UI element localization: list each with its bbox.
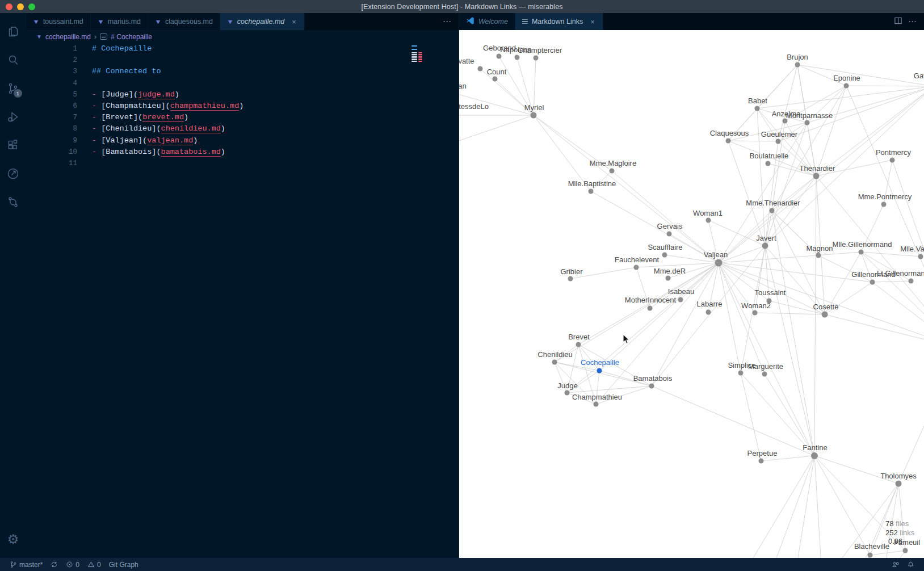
graph-node-mllegillenormand[interactable]: [859, 250, 864, 255]
graph-label-mmepontmercy[interactable]: Mme.Pontmercy: [858, 192, 912, 201]
more-actions-icon[interactable]: ⋯: [908, 16, 917, 27]
tab-welcome[interactable]: Welcome: [459, 13, 515, 30]
run-debug-icon[interactable]: [0, 103, 26, 131]
graph-label-brevet[interactable]: Brevet: [568, 333, 590, 341]
graph-label-thenardier[interactable]: Thenardier: [800, 164, 836, 173]
graph-node-napoleon[interactable]: [515, 55, 520, 60]
markdown-editor[interactable]: 1# Cochepaille23## Connected to45- [Judg…: [26, 43, 459, 558]
status-master-[interactable]: master*: [6, 558, 47, 571]
graph-node-woman1[interactable]: [706, 218, 711, 223]
graph-label-blacheville[interactable]: Blacheville: [854, 542, 889, 551]
graph-label-eponine[interactable]: Eponine: [833, 74, 860, 82]
graph-label-marguerite[interactable]: Marguerite: [748, 362, 783, 371]
graph-node-eponine[interactable]: [844, 83, 849, 89]
close-window-button[interactable]: [6, 3, 12, 10]
code-line[interactable]: 7- [Brevet](brevet.md): [26, 112, 459, 123]
graph-node-mmepontmercy[interactable]: [881, 202, 887, 207]
graph-node-mmethenardier[interactable]: [770, 208, 775, 213]
zoom-window-button[interactable]: [28, 3, 35, 10]
graph-label-fantine[interactable]: Fantine: [803, 443, 827, 452]
code-line[interactable]: 4: [26, 78, 459, 89]
graph-label-valjean[interactable]: Valjean: [704, 250, 728, 259]
graph-label-claquesous[interactable]: Claquesous: [710, 129, 749, 137]
graph-node-simplice[interactable]: [738, 371, 744, 376]
graph-node-cosette[interactable]: [822, 312, 828, 318]
source-control-icon[interactable]: 1: [0, 74, 26, 103]
tab-markdown-links[interactable]: Markdown Links×: [515, 13, 603, 30]
close-tab-icon[interactable]: ×: [291, 18, 297, 26]
graph-label-gribier[interactable]: Gribier: [560, 267, 583, 276]
graph-label-woman1[interactable]: Woman1: [693, 209, 723, 217]
graph-label-javert[interactable]: Javert: [756, 234, 776, 242]
graph-label-chenildieu[interactable]: Chenildieu: [537, 350, 572, 359]
code-line[interactable]: 11: [26, 158, 459, 169]
graph-node-cravatte[interactable]: [478, 66, 483, 72]
code-line[interactable]: 8- [Chenildieu](chenildieu.md): [26, 123, 459, 135]
graph-label-oldman[interactable]: OldMan: [459, 82, 467, 90]
status-sync[interactable]: [47, 558, 62, 571]
status-feedback-person[interactable]: [888, 561, 903, 568]
code-line[interactable]: 5- [Judge](judge.md): [26, 89, 459, 100]
graph-label-gervais[interactable]: Gervais: [657, 222, 683, 230]
graph-label-montparnasse[interactable]: Montparnasse: [786, 111, 833, 120]
graph-label-woman2[interactable]: Woman2: [741, 301, 771, 310]
live-share-icon[interactable]: [0, 159, 26, 188]
graph-label-babet[interactable]: Babet: [748, 96, 767, 105]
graph-node-gervais[interactable]: [667, 232, 672, 237]
graph-node-gillenormand[interactable]: [870, 280, 875, 285]
graph-node-myriel[interactable]: [531, 112, 537, 119]
graph-label-judge[interactable]: Judge: [557, 381, 577, 390]
graph-label-labarre[interactable]: Labarre: [697, 300, 723, 308]
graph-node-motherinnocent[interactable]: [648, 306, 653, 311]
graph-node-count[interactable]: [493, 77, 498, 82]
graph-label-pontmercy[interactable]: Pontmercy: [876, 148, 912, 157]
split-editor-icon[interactable]: [894, 16, 902, 27]
status-0[interactable]: 0: [83, 558, 105, 571]
graph-node-cochepaille[interactable]: [597, 368, 602, 373]
graph-node-fameuil[interactable]: [903, 548, 908, 553]
graph-node-chenildieu[interactable]: [552, 360, 557, 365]
graph-node-perpetue[interactable]: [759, 459, 764, 464]
graph-label-toussaint[interactable]: Toussaint: [755, 288, 786, 297]
breadcrumb-file[interactable]: cochepaille.md: [45, 33, 91, 41]
code-line[interactable]: 6- [Champmathieu](champmathieu.md): [26, 100, 459, 112]
graph-node-fantine[interactable]: [811, 452, 818, 459]
graph-label-cosette[interactable]: Cosette: [813, 303, 839, 311]
more-tabs-icon[interactable]: ⋯: [443, 16, 452, 27]
graph-node-blacheville[interactable]: [868, 553, 873, 558]
code-line[interactable]: 2: [26, 54, 459, 66]
graph-node-montparnasse[interactable]: [805, 120, 810, 125]
graph-label-magnon[interactable]: Magnon: [807, 244, 833, 253]
graph-node-gribier[interactable]: [568, 276, 573, 282]
status-bell[interactable]: [903, 561, 918, 568]
tab-claquesous-md[interactable]: ▼claquesous.md: [148, 13, 220, 30]
graph-label-myriel[interactable]: Myriel: [524, 103, 544, 112]
graph-node-mllebaptistine[interactable]: [589, 189, 594, 194]
graph-node-mllevaubois[interactable]: [918, 254, 923, 259]
graph-node-labarre[interactable]: [706, 310, 711, 315]
graph-label-mmethenardier[interactable]: Mme.Thenardier: [746, 199, 800, 207]
git-compare-icon[interactable]: [0, 188, 26, 216]
graph-label-cravatte[interactable]: Cravatte: [459, 57, 474, 65]
markdown-links-graph[interactable]: 78 files 252 links 0.96 GeborandNapoleon…: [459, 30, 924, 558]
graph-node-brujon[interactable]: [795, 62, 800, 68]
graph-label-motherinnocent[interactable]: MotherInnocent: [625, 296, 677, 304]
graph-node-magnon[interactable]: [816, 253, 821, 258]
tab-toussaint-md[interactable]: ▼toussaint.md: [26, 13, 91, 30]
extensions-icon[interactable]: [0, 131, 26, 159]
graph-node-tholomyes[interactable]: [896, 481, 902, 487]
graph-node-isabeau[interactable]: [678, 297, 683, 303]
graph-node-geborand[interactable]: [497, 54, 502, 59]
graph-label-mmemagloire[interactable]: Mme.Magloire: [590, 159, 636, 167]
status-0[interactable]: 0: [62, 558, 83, 571]
graph-node-boulatruelle[interactable]: [766, 161, 771, 166]
code-line[interactable]: 9- [Valjean](valjean.md): [26, 135, 459, 146]
graph-node-marguerite[interactable]: [762, 372, 767, 377]
search-icon[interactable]: [0, 46, 26, 74]
graph-label-count[interactable]: Count: [487, 68, 507, 76]
graph-label-gueulemer[interactable]: Gueulemer: [761, 130, 798, 138]
graph-node-fauchelevent[interactable]: [634, 265, 639, 270]
graph-node-javert[interactable]: [762, 243, 768, 249]
graph-node-claquesous[interactable]: [726, 138, 731, 144]
graph-label-mllebaptistine[interactable]: Mlle.Baptistine: [568, 179, 616, 188]
